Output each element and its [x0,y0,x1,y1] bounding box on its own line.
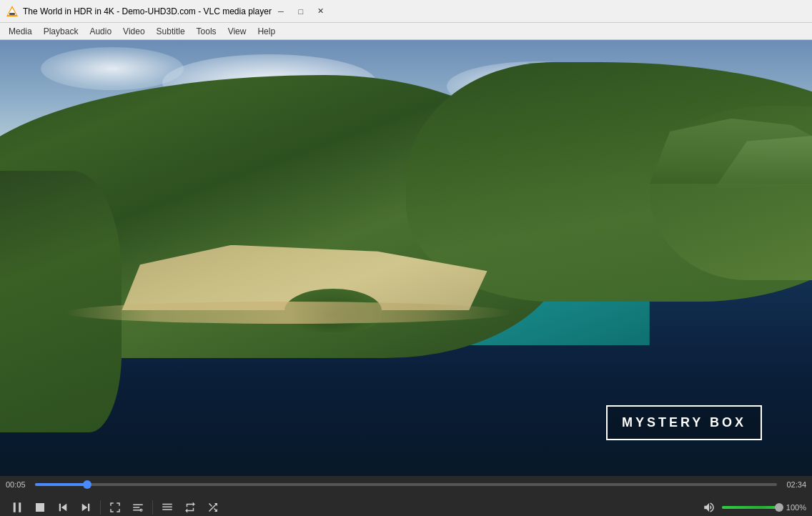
pause-icon [11,501,24,514]
titlebar: The World in HDR in 4K - Demo-UHD3D.com … [0,0,812,23]
window-controls: ─ □ ✕ [272,4,330,19]
random-icon [207,501,219,514]
playback-buttons: 100% [0,492,812,516]
separator-2 [152,500,153,515]
menu-help[interactable]: Help [252,24,281,39]
menubar: Media Playback Audio Video Subtitle Tool… [0,23,812,40]
stop-icon [34,501,46,514]
volume-handle[interactable] [775,503,783,512]
volume-progress [722,506,779,509]
menu-tools[interactable]: Tools [191,24,222,39]
extended-button[interactable] [127,496,149,516]
volume-bar[interactable] [722,506,779,509]
menu-audio[interactable]: Audio [84,24,117,39]
svg-rect-2 [9,13,15,15]
video-player[interactable]: MYSTERY BOX [0,40,812,476]
volume-label: 100% [782,503,806,512]
separator-1 [100,500,101,515]
volume-icon [703,501,716,514]
menu-subtitle[interactable]: Subtitle [151,24,191,39]
svg-rect-14 [162,504,172,505]
seek-bar-row: 00:05 02:34 [0,476,812,492]
vlc-icon [6,5,19,18]
svg-rect-3 [14,502,16,512]
svg-rect-9 [88,504,89,512]
svg-rect-5 [36,503,44,512]
prev-icon [56,501,69,514]
time-current: 00:05 [6,480,31,489]
prev-button[interactable] [51,496,74,516]
seek-handle[interactable] [83,480,91,489]
svg-rect-16 [162,509,172,510]
volume-button[interactable] [699,497,719,516]
menu-playback[interactable]: Playback [38,24,84,39]
fullscreen-icon [109,501,122,514]
svg-rect-10 [133,505,143,506]
loop-icon [184,501,197,514]
time-total: 02:34 [781,480,806,489]
fullscreen-button[interactable] [104,496,127,516]
playlist-icon [161,501,174,514]
random-button[interactable] [202,496,224,516]
video-overlay-text: MYSTERY BOX [606,405,762,440]
playlist-button[interactable] [156,496,179,516]
window-title: The World in HDR in 4K - Demo-UHD3D.com … [23,6,272,16]
svg-rect-15 [162,507,172,508]
stop-button[interactable] [29,496,51,516]
next-icon [79,501,92,514]
svg-rect-7 [59,504,61,512]
loop-button[interactable] [179,496,202,516]
menu-view[interactable]: View [222,24,252,39]
next-button[interactable] [74,496,97,516]
menu-media[interactable]: Media [3,24,38,39]
volume-control: 100% [699,497,806,516]
svg-rect-11 [133,507,139,508]
minimize-button[interactable]: ─ [272,4,290,19]
svg-marker-8 [82,504,88,512]
seek-progress [35,483,87,486]
menu-video[interactable]: Video [117,24,150,39]
svg-marker-6 [61,504,67,512]
extended-icon [132,501,144,514]
maximize-button[interactable]: □ [292,4,310,19]
svg-rect-4 [19,502,21,512]
seek-bar[interactable] [35,483,777,486]
pause-button[interactable] [6,496,29,516]
player-controls: 00:05 02:34 [0,476,812,516]
close-button[interactable]: ✕ [312,4,330,19]
